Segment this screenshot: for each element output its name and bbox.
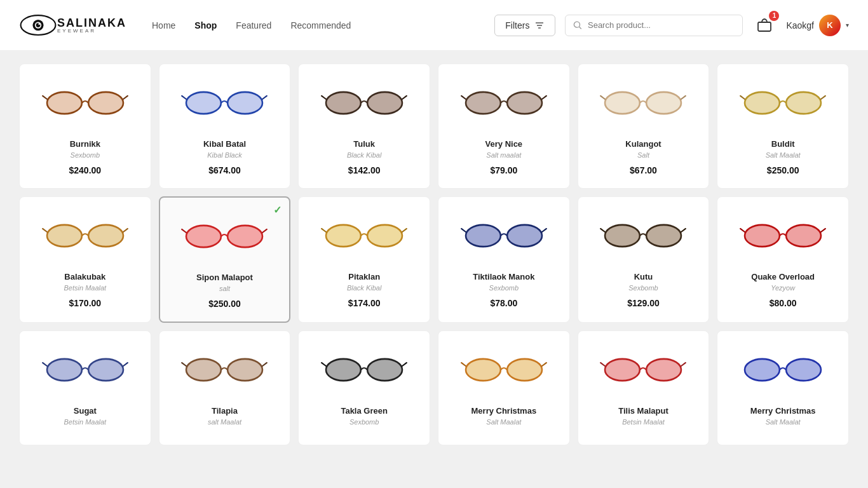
product-card[interactable]: Kutu Sexbomb $129.00: [578, 196, 710, 323]
navbar: SALINAKA EYEWEAR Home Shop Featured Reco…: [0, 0, 868, 51]
svg-point-59: [47, 359, 82, 381]
svg-line-37: [43, 229, 47, 232]
product-image: [27, 341, 143, 398]
svg-rect-10: [758, 22, 771, 31]
svg-line-57: [740, 229, 745, 232]
product-price: $67.00: [630, 165, 657, 175]
product-price: $174.00: [348, 298, 381, 308]
product-variant: salt Maalat: [208, 418, 241, 426]
svg-point-75: [605, 359, 640, 381]
product-variant: Salt: [637, 151, 649, 159]
svg-line-38: [123, 229, 128, 232]
nav-home[interactable]: Home: [152, 20, 175, 30]
svg-point-40: [228, 226, 263, 247]
product-image: [725, 207, 841, 264]
product-image: [446, 341, 562, 398]
product-image: [306, 207, 422, 264]
product-variant: Sexbomb: [489, 284, 519, 292]
product-card[interactable]: ✓ Sipon Malapot salt $250.00: [159, 196, 291, 323]
product-card[interactable]: Tuluk Black Kibal $142.00: [298, 64, 430, 189]
product-price: $80.00: [770, 298, 797, 308]
product-image: [167, 74, 283, 132]
product-price: $250.00: [767, 165, 799, 175]
product-card[interactable]: Merry Christmas Salt Maalat: [717, 330, 849, 445]
svg-line-66: [262, 363, 267, 366]
product-name: Sugat: [74, 406, 97, 416]
product-variant: Sexbomb: [71, 151, 100, 159]
svg-line-77: [601, 363, 606, 366]
svg-point-48: [507, 225, 542, 247]
nav-recommended[interactable]: Recommended: [290, 20, 351, 30]
product-name: Merry Christmas: [471, 406, 537, 416]
svg-line-26: [542, 96, 546, 99]
product-image: [27, 74, 143, 132]
product-card[interactable]: Kibal Batal Kibal Black $674.00: [159, 64, 291, 189]
product-variant: Salt Maalat: [766, 418, 801, 426]
svg-point-80: [786, 359, 821, 381]
svg-line-18: [262, 96, 267, 99]
product-card[interactable]: Tilis Malaput Betsin Maalat: [578, 330, 710, 445]
product-variant: Betsin Maalat: [64, 284, 107, 292]
product-card[interactable]: Sugat Betsin Maalat: [19, 330, 151, 445]
product-card[interactable]: Balakubak Betsin Maalat $170.00: [19, 196, 151, 323]
product-name: Takla Green: [341, 406, 387, 416]
user-area[interactable]: Kaokgf K ▾: [786, 15, 849, 36]
svg-line-78: [681, 363, 686, 366]
product-price: $79.00: [490, 165, 517, 175]
product-card[interactable]: Tilapia salt Maalat: [159, 330, 291, 445]
product-name: Merry Christmas: [750, 406, 816, 416]
svg-line-62: [123, 363, 128, 366]
nav-featured[interactable]: Featured: [236, 20, 271, 30]
cart-badge: 1: [769, 11, 779, 21]
product-variant: salt: [219, 285, 230, 292]
product-variant: Black Kibal: [347, 284, 381, 292]
product-card[interactable]: Buldit Salt Maalat $250.00: [717, 64, 849, 189]
svg-point-24: [507, 92, 542, 114]
svg-point-51: [605, 225, 640, 247]
svg-point-76: [647, 359, 682, 381]
nav-shop[interactable]: Shop: [194, 20, 217, 30]
logo-area[interactable]: SALINAKA EYEWEAR: [19, 13, 126, 38]
product-image: [586, 207, 702, 264]
product-card[interactable]: Burnikk Sexbomb $240.00: [19, 64, 151, 189]
svg-line-30: [681, 96, 686, 99]
svg-point-23: [466, 92, 501, 114]
product-price: $674.00: [208, 165, 241, 175]
product-variant: Salt Maalat: [766, 151, 801, 159]
svg-point-39: [186, 226, 221, 247]
filter-button[interactable]: Filters: [494, 15, 555, 36]
product-image: [446, 74, 562, 132]
svg-point-43: [326, 225, 361, 247]
search-input[interactable]: [588, 20, 735, 30]
product-card[interactable]: Kulangot Salt $67.00: [578, 64, 710, 189]
svg-point-27: [605, 92, 640, 114]
svg-point-79: [745, 359, 780, 381]
nav-right: Filters 1 Kaokgf: [494, 13, 849, 37]
cart-area[interactable]: 1: [752, 13, 776, 37]
product-card[interactable]: Takla Green Sexbomb: [298, 330, 430, 445]
product-grid-container: Burnikk Sexbomb $240.00 Kibal Batal Kiba…: [0, 51, 868, 458]
logo-eye-icon: [19, 13, 57, 38]
svg-point-44: [367, 225, 402, 247]
product-image: [586, 74, 702, 132]
product-name: Balakubak: [64, 272, 105, 281]
svg-line-29: [601, 96, 606, 99]
svg-line-22: [402, 96, 407, 99]
product-name: Tuluk: [353, 139, 375, 149]
product-image: [27, 207, 143, 264]
svg-line-17: [182, 96, 187, 99]
product-name: Pitaklan: [348, 272, 380, 281]
product-variant: Betsin Maalat: [622, 418, 665, 426]
product-variant: Yezyow: [771, 284, 795, 292]
product-card[interactable]: Merry Christmas Salt Maalat: [438, 330, 570, 445]
product-price: $78.00: [490, 298, 517, 308]
chevron-down-icon: ▾: [846, 22, 849, 29]
product-card[interactable]: Very Nice Salt maalat $79.00: [438, 64, 570, 189]
product-card[interactable]: Quake Overload Yezyow $80.00: [717, 196, 849, 323]
product-name: Buldit: [771, 139, 795, 149]
product-card[interactable]: Tiktilaok Manok Sexbomb $78.00: [438, 196, 570, 323]
product-card[interactable]: Pitaklan Black Kibal $174.00: [298, 196, 430, 323]
product-variant: Black Kibal: [347, 151, 381, 159]
svg-line-81: [740, 363, 745, 366]
product-image: [168, 208, 282, 265]
